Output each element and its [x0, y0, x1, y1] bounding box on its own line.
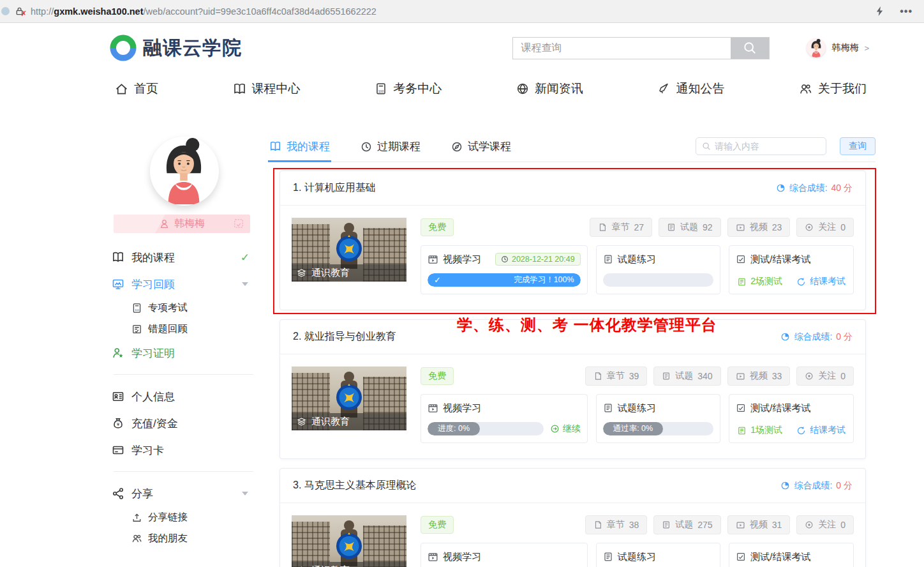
course-body: 通识教育 免费 章节 38	[280, 503, 865, 567]
site-logo[interactable]: 融课云学院	[110, 34, 242, 61]
course-header: 2. 就业指导与创业教育 综合成绩: 0 分	[280, 320, 865, 354]
nav-item-news[interactable]: NEWS 新闻资讯	[516, 80, 583, 97]
sidebar-item-label: 学习证明	[131, 346, 175, 361]
course-card: 2. 就业指导与创业教育 综合成绩: 0 分	[279, 319, 866, 459]
nav-item-courses[interactable]: 课程中心	[233, 80, 301, 97]
stat-videos: 视频 33	[727, 367, 791, 386]
question-doc-icon	[662, 520, 671, 529]
stat-questions: 试题 340	[653, 367, 720, 386]
sidebar-item-recharge[interactable]: ¥ 充值/资金	[112, 410, 257, 437]
stat-label: 试题	[680, 222, 698, 233]
course-title: 3. 马克思主义基本原理概论	[293, 479, 417, 492]
filter-input[interactable]	[715, 141, 830, 151]
exam-card-icon	[736, 552, 746, 562]
book-icon	[269, 140, 281, 153]
sidebar-item-special-exam[interactable]: 100 专项考试	[112, 298, 257, 319]
tab-trial-courses[interactable]: 试学课程	[450, 137, 512, 162]
video-progress-bar: 进度: 0% 进度: 0%	[428, 422, 544, 435]
stat-label: 关注	[818, 519, 836, 531]
pie-chart-icon	[780, 481, 790, 490]
course-stats: 章节 39 试题 340	[585, 367, 854, 386]
sidebar-item-share[interactable]: 分享	[112, 480, 257, 507]
share-link-icon	[131, 512, 142, 523]
query-button[interactable]: 查询	[840, 137, 876, 155]
nav-item-notices[interactable]: 通知公告	[657, 80, 724, 97]
continue-link[interactable]: 继续	[550, 423, 581, 435]
check-icon: ✓	[434, 275, 441, 285]
clock-icon	[361, 141, 372, 153]
nav-label: 首页	[134, 80, 158, 97]
final-exam-link[interactable]: 结课考试	[796, 276, 846, 287]
course-search-box	[512, 37, 770, 59]
exam-card-icon	[736, 403, 746, 413]
check-icon: ✓	[241, 251, 250, 264]
sidebar-item-certificate[interactable]: 学习证明	[112, 340, 257, 367]
lightning-icon[interactable]	[875, 6, 884, 17]
exam-box-title: 测试/结课考试	[750, 253, 810, 266]
sidebar-item-study-card[interactable]: 学习卡	[112, 437, 257, 464]
nav-item-exams[interactable]: 100 考务中心	[375, 80, 442, 97]
chevron-down-icon	[242, 492, 248, 495]
video-icon	[736, 223, 745, 232]
sidebar-item-my-courses[interactable]: 我的课程 ✓	[112, 244, 257, 271]
video-box-title: 视频学习	[443, 253, 481, 266]
course-search-input[interactable]	[513, 38, 731, 59]
course-body: 通识教育 免费 章节 27	[280, 206, 865, 310]
stat-value: 340	[697, 371, 712, 381]
monitor-icon	[112, 278, 124, 291]
eye-icon	[805, 223, 814, 232]
course-stats: 章节 38 试题 275	[585, 515, 854, 534]
sidebar-item-label: 分享	[131, 487, 153, 501]
tests-link[interactable]: 1场测试	[737, 425, 782, 436]
browser-menu-icon[interactable]: •••	[900, 6, 913, 17]
sidebar-item-profile[interactable]: 个人信息	[112, 383, 257, 410]
stat-follows: 关注 0	[796, 515, 854, 534]
layers-icon	[297, 417, 306, 427]
tests-link[interactable]: 2场测试	[737, 276, 782, 287]
video-study-box: 视频学习 2028-12-21 20:49	[421, 245, 588, 294]
nav-item-about[interactable]: 关于我们	[799, 80, 867, 97]
sidebar-item-review[interactable]: 学习回顾	[112, 271, 257, 298]
course-row: 2. 就业指导与创业教育 综合成绩: 0 分	[279, 319, 866, 459]
video-icon	[736, 520, 745, 530]
course-thumbnail[interactable]: 通识教育	[292, 218, 406, 282]
video-box-title: 视频学习	[443, 551, 481, 563]
person-star-icon	[112, 347, 124, 359]
course-tabs: 我的课程 过期课程 试学课程 查询	[268, 137, 876, 162]
address-bar[interactable]: http://gxmk.weisha100.net/web/account?ui…	[31, 6, 376, 17]
sidebar-item-my-friends[interactable]: 我的朋友	[112, 528, 257, 549]
sidebar-item-wrong-review[interactable]: 错题回顾	[112, 319, 257, 340]
final-exam-link[interactable]: 结课考试	[796, 425, 846, 436]
nav-item-home[interactable]: 首页	[115, 80, 158, 97]
question-doc-icon	[662, 372, 671, 381]
practice-box: 试题练习 通过率: 0%	[596, 543, 721, 567]
deadline-badge: 2028-12-21 20:49	[495, 253, 581, 266]
course-thumbnail[interactable]: 通识教育	[292, 367, 406, 430]
practice-box-title: 试题练习	[618, 402, 656, 414]
stat-label: 视频	[750, 370, 768, 382]
url-scheme: http://	[31, 6, 54, 17]
search-button[interactable]	[731, 38, 769, 59]
practice-box: 试题练习 通过率: 38.04%	[596, 245, 721, 294]
svg-text:¥: ¥	[117, 421, 120, 427]
final-exam-label: 结课考试	[810, 276, 846, 287]
course-thumbnail[interactable]: 通识教育	[292, 515, 406, 567]
logo-swirl-icon	[110, 34, 137, 61]
tab-my-courses[interactable]: 我的课程	[268, 137, 331, 162]
nav-label: 考务中心	[393, 80, 442, 97]
practice-rate-bar: 通过率: 38.04%	[603, 273, 714, 287]
insecure-lock-icon[interactable]: ✗	[15, 6, 24, 16]
pie-chart-icon	[780, 332, 790, 342]
layers-icon	[297, 268, 306, 278]
tab-expired-courses[interactable]: 过期课程	[359, 137, 422, 162]
building-left	[292, 522, 330, 567]
stat-follows: 关注 0	[796, 367, 854, 386]
sidebar-item-label: 我的课程	[131, 250, 175, 265]
stat-follows: 关注 0	[796, 218, 854, 237]
user-menu[interactable]: 韩梅梅 >	[807, 38, 869, 57]
nav-label: 关于我们	[818, 80, 867, 97]
search-icon	[743, 41, 757, 55]
sidebar-item-label: 学习卡	[131, 443, 164, 458]
sidebar-item-share-link[interactable]: 分享链接	[112, 507, 257, 528]
chapter-icon	[593, 520, 602, 529]
